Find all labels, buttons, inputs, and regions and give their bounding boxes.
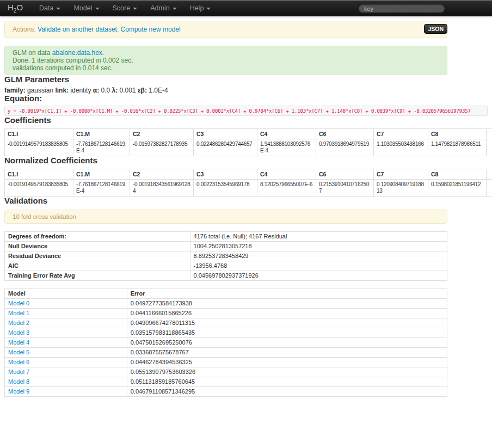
coefficient-value: 0.9703918694979519 (316, 139, 374, 156)
equation-code: y = -0.0019*x[C1.I] + -0.0008*x[C1.M] + … (4, 106, 488, 116)
dataset-link[interactable]: abalone.data.hex (52, 49, 102, 57)
coefficient-value: -0.0019149579183835805 (5, 180, 73, 197)
model-link-7[interactable]: Model 7 (8, 369, 29, 375)
stat-value: 4176 total (i.e. Null); 4167 Residual (190, 232, 447, 242)
model-link-2[interactable]: Model 2 (8, 320, 29, 326)
coefficient-value: -0.0019183435619691284 (130, 180, 194, 197)
model-link-6[interactable]: Model 6 (8, 359, 29, 365)
validations-heading: Validations (4, 197, 488, 205)
model-error-value: 0.04972773584173938 (127, 299, 447, 309)
param-value: 0.0 (99, 87, 112, 94)
table-row: Model 60.04462784394536325 (5, 358, 447, 367)
nav-item-label: Model (73, 4, 92, 12)
model-cell: Model 5 (5, 348, 127, 358)
action-link-1[interactable]: Compute new model (121, 26, 181, 33)
nav-item-score[interactable]: Score (106, 0, 144, 16)
coefficient-value: 0.21539104107162507 (316, 180, 374, 197)
model-link-1[interactable]: Model 1 (8, 310, 29, 316)
status-text-2: . (102, 49, 104, 57)
model-error-value: 0.051131859185760645 (127, 377, 447, 387)
coefficient-value: -0.0019149579183835805 (5, 139, 73, 156)
clipped-column (487, 139, 492, 156)
nav-item-admin[interactable]: Admin (144, 0, 183, 16)
model-error-value: 0.04462784394536325 (127, 358, 447, 367)
model-cell: Model 7 (5, 367, 127, 377)
stat-label: AIC (5, 261, 190, 271)
table-row: Null Deviance1004.2502813057218 (5, 242, 447, 251)
param-value: 0.001 (118, 87, 138, 94)
nav-item-label: Data (39, 4, 53, 12)
param-label: εβ: (138, 87, 147, 94)
param-label: link: (55, 87, 69, 94)
chevron-down-icon (56, 8, 60, 10)
nav-item-help[interactable]: Help (183, 0, 218, 16)
column-header: C4 (257, 129, 316, 139)
table-row: Model 70.055139079753603326 (5, 367, 447, 377)
nav-item-label: Score (113, 4, 131, 12)
table-row: Model 80.051131859185760645 (5, 377, 447, 387)
model-link-0[interactable]: Model 0 (8, 300, 29, 306)
model-cell: Model 9 (5, 387, 127, 397)
table-row: Training Error Rate Avg0.045697802937371… (5, 271, 447, 281)
normalized-coefficients-heading: Normalized Coefficients (4, 156, 488, 165)
table-row: Model 20.049096674278011315 (5, 318, 447, 328)
coefficient-value: 0.1598021851196412 (428, 180, 487, 197)
model-link-5[interactable]: Model 5 (8, 349, 29, 355)
json-button[interactable]: JSON (424, 24, 447, 34)
model-error-value: 0.049096674278011315 (127, 318, 447, 328)
coefficients-table: C1.IC1.MC2C3C4C6C7C8-0.00191495791838358… (4, 128, 492, 156)
coefficient-value: 8.12025796655007E-6 (257, 180, 316, 197)
stat-label: Training Error Rate Avg (5, 271, 190, 281)
table-row: Residual Deviance8.892537283458429 (5, 251, 447, 261)
table-row: Model 10.04411666015865226 (5, 309, 447, 318)
equation-heading: Equation: (4, 94, 488, 103)
chevron-down-icon (133, 8, 137, 10)
model-link-9[interactable]: Model 9 (8, 388, 29, 395)
model-link-4[interactable]: Model 4 (8, 339, 29, 346)
nav-item-model[interactable]: Model (67, 0, 106, 16)
column-header: C1.M (73, 169, 130, 180)
column-header: C1.I (5, 169, 73, 180)
action-link-0[interactable]: Validate on another dataset (38, 26, 117, 33)
coefficients-heading: Coefficients (4, 116, 488, 125)
stat-value: 8.892537283458429 (190, 251, 447, 261)
stat-label: Residual Deviance (5, 251, 190, 261)
model-error-value: 0.046791108571346295 (127, 387, 447, 397)
column-header: C6 (316, 169, 374, 180)
table-row: Model 30.035157983118865435 (5, 328, 447, 338)
brand-text-2: O (16, 3, 23, 12)
column-header: C3 (194, 169, 257, 180)
search-input[interactable] (358, 4, 445, 13)
param-value: 1.0E-4 (147, 87, 168, 94)
model-cell: Model 3 (5, 328, 127, 338)
model-error-value: 0.055139079753603326 (127, 367, 447, 377)
model-error-value: 0.0336875575678767 (127, 348, 447, 358)
link-separator: , (117, 26, 121, 33)
nav-item-data[interactable]: Data (33, 0, 67, 16)
model-link-8[interactable]: Model 8 (8, 378, 29, 385)
coefficient-value: 1.1479821878986511 (428, 139, 487, 156)
column-header: C1.I (5, 129, 73, 139)
column-header: C4 (257, 169, 316, 180)
stat-label: Null Deviance (5, 242, 190, 251)
h2o-logo[interactable]: H2O (8, 3, 23, 14)
column-header: C2 (130, 169, 194, 180)
model-error-value: 0.04750152695250076 (127, 338, 447, 348)
model-error-value: 0.04411666015865226 (127, 309, 447, 318)
model-cell: Model 6 (5, 358, 127, 367)
normalized-coefficients-table: C1.IC1.MC2C3C4C6C7C8-0.00191495791838358… (4, 169, 492, 197)
table-row: Model 40.04750152695250076 (5, 338, 447, 348)
column-header: C8 (428, 169, 487, 180)
model-link-3[interactable]: Model 3 (8, 329, 29, 336)
stats-table-body: Degrees of freedom:4176 total (i.e. Null… (5, 232, 447, 281)
clipped-column (487, 180, 492, 197)
navbar-search (358, 3, 445, 14)
table-row: AIC-13956.4768 (5, 261, 447, 271)
status-line-2: Done. 1 iterations computed in 0.002 sec… (13, 57, 439, 64)
column-header: C6 (316, 129, 374, 139)
column-header: C7 (374, 169, 428, 180)
status-line-3: validations computed in 0.014 sec. (13, 64, 439, 72)
stat-value: 1004.2502813057218 (190, 242, 447, 251)
column-header: C7 (374, 129, 428, 139)
column-header: Model (5, 289, 127, 299)
